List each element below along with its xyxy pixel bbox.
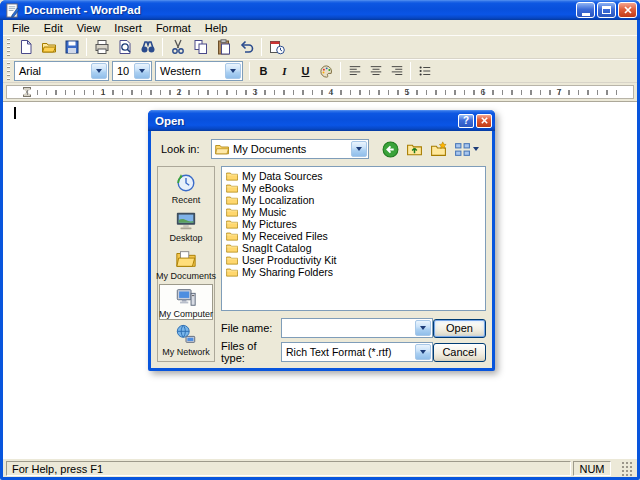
place-label: My Computer [159, 309, 213, 319]
file-list-item[interactable]: My Data Sources [226, 170, 483, 182]
file-name: My Received Files [242, 230, 328, 242]
open-button[interactable] [37, 36, 60, 58]
file-list-item[interactable]: My Sharing Folders [226, 266, 483, 278]
maximize-button[interactable] [597, 2, 616, 18]
file-list-item[interactable]: My Music [226, 206, 483, 218]
file-name-combobox[interactable] [281, 318, 433, 338]
dialog-title: Open [155, 115, 456, 127]
align-center-button[interactable] [365, 61, 386, 82]
window-titlebar[interactable]: Document - WordPad [0, 0, 640, 20]
dropdown-arrow-icon[interactable] [415, 320, 431, 336]
menu-item[interactable]: File [5, 21, 37, 35]
date-time-button[interactable] [265, 36, 288, 58]
font-size-combobox[interactable]: 10 [112, 61, 152, 81]
ruler-number: 3 [217, 87, 293, 97]
bullets-icon [418, 64, 432, 78]
view-menu-button[interactable] [454, 141, 479, 158]
format-toolbar: Arial 10 Western B I U [3, 59, 637, 83]
resize-grip[interactable] [621, 461, 634, 476]
italic-button[interactable]: I [274, 61, 295, 82]
print-preview-button[interactable] [113, 36, 136, 58]
toolbar-grip[interactable] [7, 62, 10, 80]
dialog-main-row: Recent Desktop My Documents My Computer … [157, 166, 486, 362]
file-list-item[interactable]: My eBooks [226, 182, 483, 194]
open-icon [41, 39, 57, 55]
open-confirm-button[interactable]: Open [433, 319, 486, 338]
minimize-button[interactable] [576, 2, 595, 18]
charset-combobox[interactable]: Western [155, 61, 243, 81]
look-in-label: Look in: [161, 143, 211, 155]
my-documents-icon [175, 248, 197, 270]
dropdown-arrow-icon[interactable] [225, 63, 241, 79]
bold-button[interactable]: B [253, 61, 274, 82]
close-icon [623, 5, 633, 15]
file-list[interactable]: My Data Sources My eBooks My Localizatio… [221, 166, 486, 311]
back-button[interactable] [382, 141, 399, 158]
print-button[interactable] [90, 36, 113, 58]
file-name-input[interactable] [282, 320, 414, 336]
file-name: My Data Sources [242, 170, 323, 182]
menu-item[interactable]: View [70, 21, 108, 35]
font-combobox[interactable]: Arial [14, 61, 109, 81]
dropdown-arrow-icon[interactable] [351, 141, 367, 157]
date-time-icon [269, 39, 285, 55]
folder-icon [226, 183, 238, 193]
folder-icon [226, 207, 238, 217]
underline-button[interactable]: U [295, 61, 316, 82]
align-right-icon [390, 64, 404, 78]
ruler-numbers: 1234567 [7, 86, 633, 98]
file-list-item[interactable]: My Received Files [226, 230, 483, 242]
undo-button[interactable] [235, 36, 258, 58]
copy-icon [193, 39, 209, 55]
file-list-item[interactable]: My Localization [226, 194, 483, 206]
font-color-button[interactable] [316, 61, 337, 82]
align-right-button[interactable] [386, 61, 407, 82]
place-desktop[interactable]: Desktop [159, 208, 213, 244]
window-title: Document - WordPad [24, 4, 574, 16]
new-icon [18, 39, 34, 55]
place-my-computer[interactable]: My Computer [159, 284, 213, 320]
dropdown-arrow-icon[interactable] [415, 344, 431, 360]
file-list-item[interactable]: SnagIt Catalog [226, 242, 483, 254]
menu-item[interactable]: Edit [37, 21, 70, 35]
align-left-button[interactable] [344, 61, 365, 82]
place-label: Recent [172, 195, 201, 205]
find-button[interactable] [136, 36, 159, 58]
create-new-folder-button[interactable] [430, 141, 447, 158]
look-in-value: My Documents [229, 143, 350, 155]
copy-button[interactable] [189, 36, 212, 58]
dialog-right-column: My Data Sources My eBooks My Localizatio… [221, 166, 486, 362]
menu-item[interactable]: Help [198, 21, 235, 35]
file-list-item[interactable]: User Productivity Kit [226, 254, 483, 266]
dialog-help-button[interactable]: ? [458, 114, 474, 128]
dialog-body: Look in: My Documents [151, 131, 492, 368]
file-list-item[interactable]: My Pictures [226, 218, 483, 230]
toolbar-grip[interactable] [7, 38, 10, 56]
place-recent[interactable]: Recent [159, 170, 213, 206]
place-my-network[interactable]: My Network [159, 322, 213, 358]
bullets-button[interactable] [414, 61, 435, 82]
files-of-type-combobox[interactable]: Rich Text Format (*.rtf) [281, 342, 433, 362]
cut-button[interactable] [166, 36, 189, 58]
new-document-button[interactable] [14, 36, 37, 58]
toolbar-separator [162, 38, 163, 56]
palette-icon [319, 64, 334, 79]
close-button[interactable] [618, 2, 637, 18]
toolbar-separator [340, 62, 341, 80]
dropdown-arrow-icon[interactable] [134, 63, 150, 79]
save-button[interactable] [60, 36, 83, 58]
file-name: User Productivity Kit [242, 254, 337, 266]
cancel-button[interactable]: Cancel [433, 343, 486, 362]
dialog-close-button[interactable] [476, 114, 492, 128]
paste-button[interactable] [212, 36, 235, 58]
up-one-level-button[interactable] [406, 141, 423, 158]
dialog-titlebar[interactable]: Open ? [148, 110, 495, 131]
dropdown-arrow-icon[interactable] [91, 63, 107, 79]
menu-item[interactable]: Format [149, 21, 198, 35]
file-name: My Sharing Folders [242, 266, 333, 278]
paste-icon [216, 39, 232, 55]
menu-item[interactable]: Insert [107, 21, 149, 35]
look-in-combobox[interactable]: My Documents [211, 139, 369, 159]
ruler-number: 6 [445, 87, 521, 97]
place-my-documents[interactable]: My Documents [159, 246, 213, 282]
